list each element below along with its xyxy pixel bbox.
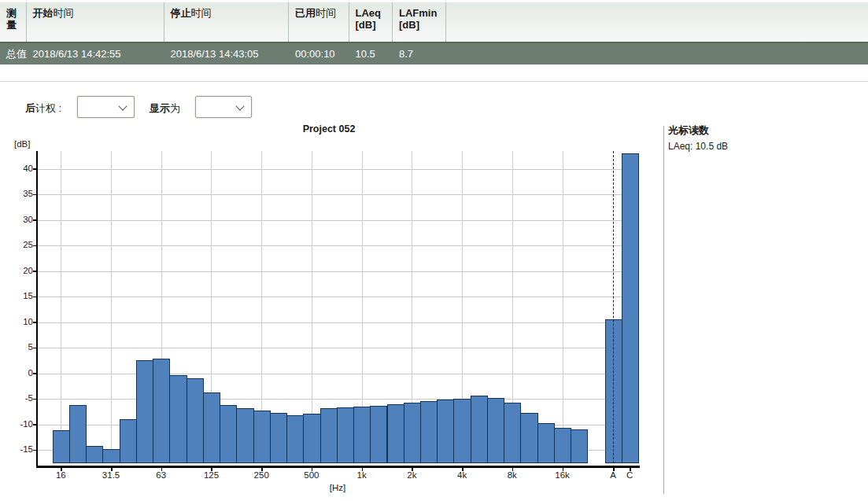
- measurement-table: 测量 开始时间 停止时间 已用时间 LAeq[dB] LAFmin[dB] 总值…: [0, 2, 868, 64]
- spectrum-bar-2.5k[interactable]: [420, 401, 438, 463]
- spectrum-bar-800[interactable]: [337, 407, 354, 463]
- y-axis-tick-label: -10: [6, 419, 33, 429]
- y-axis-line: [36, 151, 38, 468]
- spectrum-bar-20k[interactable]: [571, 429, 588, 463]
- x-axis-tick-label: 63: [156, 470, 166, 480]
- y-axis-tick-label: 20: [6, 266, 33, 275]
- start-time-value: 2018/6/13 14:42:55: [27, 43, 164, 64]
- display-as-dropdown[interactable]: [195, 96, 252, 118]
- header-laeq: LAeq[dB]: [349, 2, 393, 42]
- spectrum-bar-500[interactable]: [303, 414, 320, 463]
- cursor-readout-title: 光标读数: [668, 123, 728, 138]
- spectrum-chart: Project 052 [dB] [Hz] 4035302520151050-5…: [0, 122, 663, 501]
- cursor-laeq-reading: LAeq: 10.5 dB: [668, 141, 728, 152]
- spectrum-bar-2k[interactable]: [404, 403, 421, 463]
- horizontal-gridline: [38, 271, 638, 272]
- spectrum-bar-100[interactable]: [187, 378, 204, 463]
- y-axis-tick: [33, 399, 37, 400]
- controls-bar: 后计权 : 显示为: [0, 96, 663, 120]
- total-value-row[interactable]: 总值 2018/6/13 14:42:55 2018/6/13 14:43:05…: [0, 42, 868, 64]
- spectrum-bar-5k[interactable]: [471, 396, 488, 463]
- y-axis-tick-label: -5: [6, 393, 33, 403]
- spectrum-analyzer-window: 测量 开始时间 停止时间 已用时间 LAeq[dB] LAFmin[dB] 总值…: [0, 0, 868, 501]
- header-lafmin: LAFmin[dB]: [393, 2, 446, 42]
- spectrum-bar-8k[interactable]: [504, 403, 521, 463]
- x-axis-tick-label: 125: [204, 470, 219, 480]
- x-axis-tick-label: 4k: [457, 470, 467, 480]
- spectrum-bar-1k[interactable]: [353, 407, 371, 463]
- spectrum-bar-12.5k[interactable]: [537, 423, 555, 463]
- spectrum-bar-16k[interactable]: [554, 428, 571, 463]
- spectrum-bar-31.5[interactable]: [102, 449, 120, 463]
- header-filler: [446, 2, 868, 42]
- spectrum-bar-10k[interactable]: [520, 413, 537, 463]
- post-weighting-dropdown[interactable]: [77, 96, 135, 118]
- y-axis-tick: [33, 194, 37, 196]
- y-axis-tick-label: 0: [6, 368, 33, 378]
- horizontal-gridline: [38, 220, 638, 221]
- spectrum-bar-4k[interactable]: [453, 399, 471, 463]
- y-axis-unit-label: [dB]: [14, 139, 30, 149]
- y-axis-tick: [33, 297, 37, 298]
- y-axis-tick: [33, 271, 37, 272]
- spectrum-bar-160[interactable]: [220, 405, 237, 463]
- spectrum-bar-40[interactable]: [120, 419, 137, 463]
- stop-time-value: 2018/6/13 14:43:05: [164, 43, 290, 64]
- display-as-label: 显示为: [150, 101, 180, 116]
- spectrum-bar-200[interactable]: [236, 408, 253, 463]
- x-axis-tick-label: 31.5: [102, 470, 120, 480]
- y-axis-tick-label: 25: [6, 240, 33, 249]
- spectrum-bar-315[interactable]: [270, 413, 287, 463]
- spectrum-bar-6.3k[interactable]: [487, 398, 504, 463]
- cursor-readout-panel: 光标读数 LAeq: 10.5 dB: [668, 123, 728, 152]
- vertical-gridline: [563, 151, 563, 463]
- y-axis-tick: [33, 348, 37, 349]
- header-stop-time: 停止时间: [164, 2, 290, 42]
- y-axis-tick-label: 5: [6, 342, 33, 352]
- x-axis-tick-label: 2k: [407, 470, 416, 480]
- x-axis-line: [36, 466, 640, 468]
- y-axis-tick-label: 10: [6, 317, 33, 326]
- spectrum-bar-63[interactable]: [153, 359, 170, 463]
- c-weighted-bar[interactable]: [622, 153, 639, 463]
- spectrum-bar-1.25k[interactable]: [370, 406, 387, 463]
- horizontal-gridline: [38, 194, 638, 195]
- x-axis-tick-label: 1k: [357, 470, 367, 480]
- horizontal-gridline: [38, 399, 638, 400]
- spectrum-bar-50[interactable]: [136, 360, 153, 463]
- row-label: 总值: [0, 43, 27, 64]
- spectrum-bar-250[interactable]: [253, 411, 271, 463]
- chevron-down-icon: [118, 101, 127, 110]
- y-axis-tick: [33, 373, 37, 374]
- y-axis-tick: [33, 424, 37, 425]
- y-axis-tick: [33, 450, 37, 451]
- x-axis-tick-label: 500: [304, 470, 319, 480]
- elapsed-time-value: 00:00:10: [289, 43, 349, 64]
- horizontal-gridline: [38, 297, 638, 297]
- spectrum-bar-16[interactable]: [53, 430, 70, 463]
- laeq-value: 10.5: [349, 43, 393, 64]
- spectrum-bar-20[interactable]: [69, 405, 87, 463]
- spectrum-bar-3.15k[interactable]: [437, 400, 454, 463]
- plot-area[interactable]: [38, 151, 640, 463]
- x-axis-tick-label: C: [626, 470, 633, 480]
- cursor-line[interactable]: [613, 151, 614, 463]
- y-axis-tick-label: 30: [6, 215, 33, 224]
- x-axis-tick-label: 8k: [508, 470, 517, 480]
- spectrum-bar-25[interactable]: [86, 446, 103, 463]
- y-axis-tick-label: 40: [6, 164, 33, 173]
- header-start-time: 开始时间: [27, 2, 164, 42]
- spectrum-bar-125[interactable]: [203, 392, 220, 463]
- horizontal-gridline: [38, 169, 638, 170]
- spectrum-bar-80[interactable]: [169, 375, 187, 463]
- y-axis-tick: [33, 322, 37, 323]
- chevron-down-icon: [235, 101, 244, 110]
- horizontal-gridline: [38, 245, 638, 246]
- lafmin-value: 8.7: [393, 43, 446, 64]
- vertical-gridline: [111, 151, 112, 463]
- header-measurement: 测量: [0, 2, 27, 42]
- spectrum-bar-630[interactable]: [320, 408, 338, 463]
- table-header-row: 测量 开始时间 停止时间 已用时间 LAeq[dB] LAFmin[dB]: [0, 2, 868, 42]
- spectrum-bar-400[interactable]: [286, 415, 304, 463]
- spectrum-bar-1.6k[interactable]: [387, 404, 404, 463]
